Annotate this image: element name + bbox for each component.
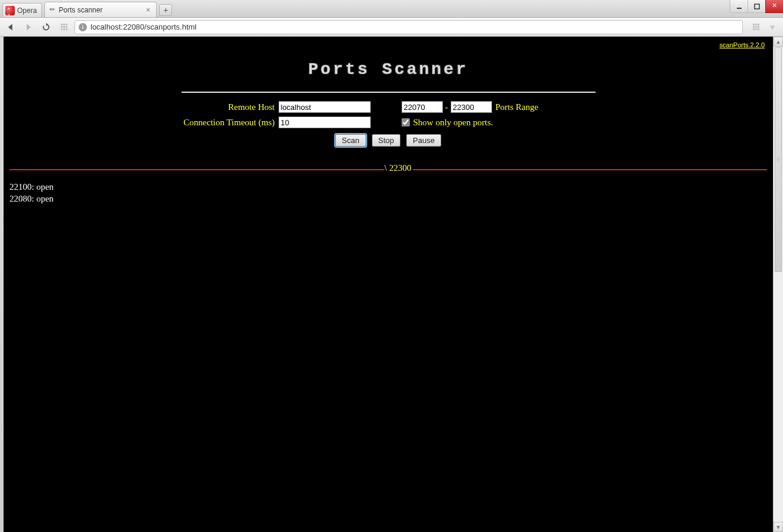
opera-logo-icon [5,6,15,15]
svg-rect-1 [755,4,759,9]
window-maximize-button[interactable] [748,0,765,13]
browser-tab[interactable]: ✎ Ports scanner × [44,2,157,17]
tab-close-button[interactable]: × [145,5,152,14]
results-list: 22100: open 22080: open [9,181,773,205]
browser-toolbar: i ♥ [0,18,783,37]
version-link[interactable]: scanPorts.2.2.0 [720,41,765,48]
address-bar[interactable]: i [75,20,743,34]
page-title: Ports Scanner [4,60,773,79]
tab-title: Ports scanner [59,6,102,14]
timeout-label: Connection Timeout (ms) [182,118,279,128]
stop-button[interactable]: Stop [372,134,401,147]
ports-range-label: Ports Range [492,102,539,112]
show-open-checkbox[interactable] [402,118,410,126]
remote-host-label: Remote Host [182,102,279,112]
title-divider [182,92,596,93]
svg-rect-0 [737,8,742,9]
nav-reload-button[interactable] [39,20,53,34]
bookmark-button[interactable]: ♥ [765,20,779,34]
pause-button[interactable]: Pause [406,134,441,147]
progress-label: \ 22300 [384,163,411,173]
show-open-label: Show only open ports. [413,118,493,128]
opera-menu-button[interactable]: Opera [2,3,42,17]
port-to-input[interactable] [451,101,492,113]
nav-back-button[interactable] [4,20,18,34]
scan-form: Remote Host - Ports Range Connection Tim… [182,101,596,147]
timeout-input[interactable] [279,116,371,128]
scan-button[interactable]: Scan [335,134,366,147]
port-from-input[interactable] [402,101,443,113]
result-row: 22100: open [9,181,773,193]
remote-host-input[interactable] [279,101,371,113]
port-range-dash: - [443,102,451,112]
new-tab-button[interactable]: + [159,4,172,16]
scroll-thumb[interactable] [775,47,782,272]
page-icon: ✎ [48,5,57,15]
opera-menu-label: Opera [17,7,37,15]
speed-dial-button[interactable] [57,20,71,34]
result-row: 22080: open [9,193,773,205]
window-close-button[interactable]: ✕ [765,0,783,13]
site-info-icon[interactable]: i [79,23,87,31]
page-content: scanPorts.2.2.0 Ports Scanner Remote Hos… [4,37,773,532]
scroll-down-button[interactable]: ▼ [774,522,783,532]
nav-forward-button[interactable] [21,20,35,34]
progress-bar: \ 22300 [4,163,773,175]
url-input[interactable] [90,22,739,31]
window-minimize-button[interactable] [730,0,748,13]
vertical-scrollbar[interactable]: ▲ ▼ [773,37,783,532]
progress-line-right [413,169,767,170]
progress-line-left [9,169,384,170]
extensions-button[interactable] [749,20,763,34]
tab-strip: Opera ✎ Ports scanner × + [0,0,783,18]
scroll-up-button[interactable]: ▲ [774,37,783,47]
